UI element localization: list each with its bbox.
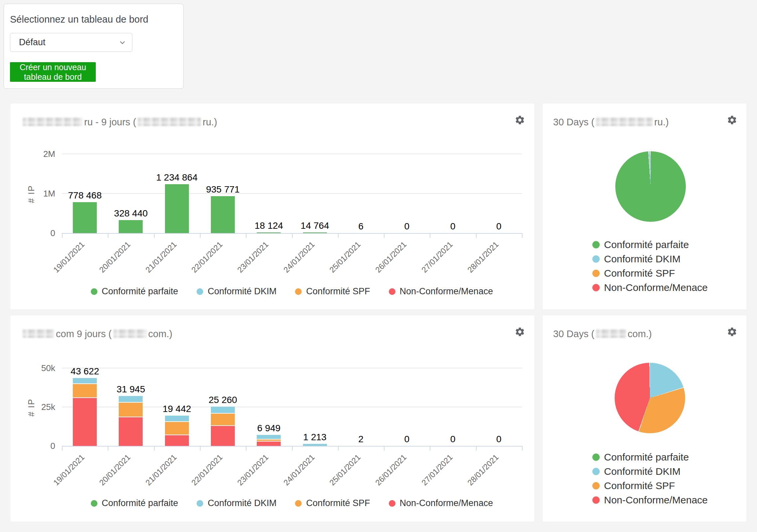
dashboard-select[interactable]: Défaut [10,33,132,52]
legend-label: Conformité DKIM [604,253,681,265]
x-axis-tick [338,447,339,451]
legend-label: Conformité SPF [604,480,675,491]
legend-item[interactable]: Non-Conforme/Menace [592,282,708,293]
legend-item[interactable]: Conformité DKIM [592,253,708,265]
legend-marker-icon [592,284,600,291]
legend-marker-icon [295,288,302,295]
bar-chart-com: 025k50k# IP43 62219/01/202131 94520/01/2… [10,315,534,522]
x-axis-tick [246,234,246,238]
x-axis-tick [384,234,384,238]
pie-chart-ru: Conformité parfaiteConformité DKIMConfor… [542,103,747,310]
legend-item[interactable]: Conformité parfaite [592,239,708,250]
pie-chart[interactable] [615,151,686,222]
x-axis-date-label: 19/01/2021 [33,240,86,293]
chart-legend: Conformité parfaiteConformité DKIMConfor… [62,498,522,508]
bar-segment[interactable] [257,232,281,233]
legend-label: Conformité SPF [604,268,675,279]
legend-marker-icon [389,500,395,507]
bar-value-label: 43 622 [45,366,125,377]
bar-value-label: 935 771 [183,184,263,195]
legend-label: Conformité parfaite [604,452,689,463]
x-axis-tick [62,447,63,451]
bar-segment[interactable] [119,417,143,446]
x-axis-tick [522,447,523,451]
x-axis-tick [338,234,339,238]
x-axis-tick [246,447,246,451]
bar-segment-divider [119,417,143,417]
y-axis-tick-label: 0 [25,228,55,238]
x-axis-date-label: 28/01/2021 [447,240,500,293]
y-axis-tick-label: 0 [25,441,55,451]
bar-segment-divider [73,397,97,398]
bar-segment[interactable] [119,220,143,233]
create-dashboard-button[interactable]: Créer un nouveau tableau de bord [10,62,96,82]
x-axis-tick [200,234,201,238]
legend-marker-icon [197,288,203,295]
legend-item[interactable]: Non-Conforme/Menace [592,494,708,506]
bar-value-label: 0 [459,221,539,232]
chevron-down-icon [118,38,127,47]
x-axis-tick [476,447,477,451]
legend-item[interactable]: Non-Conforme/Menace [389,498,493,508]
legend-marker-icon [389,288,395,295]
legend-label: Conformité DKIM [208,286,276,297]
legend-item[interactable]: Conformité parfaite [91,286,178,297]
pie-chart[interactable] [615,363,685,433]
bar-value-label: 0 [459,434,539,445]
bar-segment-divider [165,435,189,435]
dashboard-select-value: Défaut [10,37,118,48]
x-axis-tick [522,234,523,238]
bar-segment[interactable] [165,422,189,435]
bar-segment-divider [119,402,143,403]
legend-marker-icon [592,241,600,248]
bar-segment[interactable] [73,378,97,384]
bar-segment[interactable] [165,435,189,446]
x-axis-tick [292,447,293,451]
bar-segment-divider [165,421,189,422]
legend-marker-icon [197,500,203,507]
legend-item[interactable]: Conformité DKIM [592,466,708,477]
bar-segment[interactable] [73,398,97,446]
legend-item[interactable]: Conformité SPF [295,286,370,297]
dashboard-selector-card: Sélectionnez un tableau de bord Défaut C… [4,4,184,89]
legend-item[interactable]: Conformité DKIM [197,286,276,297]
x-axis-tick [154,234,155,238]
bar-chart-ru: 01M2M# IP778 46819/01/2021328 44020/01/2… [10,103,534,310]
x-axis-date-label: 21/01/2021 [125,240,178,293]
bar-segment[interactable] [165,416,189,422]
legend-item[interactable]: Conformité SPF [592,480,708,491]
chart-legend: Conformité parfaiteConformité DKIMConfor… [62,286,522,297]
legend-item[interactable]: Conformité parfaite [91,498,178,508]
legend-marker-icon [592,482,600,489]
bar-segment[interactable] [119,396,143,402]
legend-item[interactable]: Conformité SPF [295,498,370,508]
bar-segment-divider [211,413,235,414]
x-axis-tick [430,447,430,451]
legend-label: Conformité parfaite [102,286,178,297]
x-axis-tick [430,234,430,238]
legend-item[interactable]: Non-Conforme/Menace [389,286,493,297]
legend-marker-icon [295,500,302,507]
pie-legend: Conformité parfaiteConformité DKIMConfor… [592,452,708,506]
legend-marker-icon [592,496,600,504]
pie-chart-com: Conformité parfaiteConformité DKIMConfor… [542,315,747,522]
x-axis-tick [108,234,108,238]
x-axis-date-label: 26/01/2021 [355,240,408,293]
legend-item[interactable]: Conformité DKIM [197,498,276,508]
x-axis-tick [292,234,293,238]
legend-label: Conformité DKIM [604,466,681,477]
bar-segment-divider [73,383,97,384]
legend-item[interactable]: Conformité parfaite [592,452,708,463]
x-axis-date-label: 22/01/2021 [171,240,225,293]
dashboard-selector-label: Sélectionnez un tableau de bord [10,14,148,25]
y-gridline [62,368,522,368]
bar-segment[interactable] [211,407,235,413]
bar-segment[interactable] [303,232,327,233]
x-axis-tick [476,234,477,238]
legend-label: Conformité parfaite [604,239,689,250]
y-gridline [62,193,522,194]
legend-marker-icon [91,288,97,295]
y-axis-tick-label: 2M [25,149,55,159]
legend-item[interactable]: Conformité SPF [592,268,708,279]
x-axis-date-label: 20/01/2021 [79,240,132,293]
